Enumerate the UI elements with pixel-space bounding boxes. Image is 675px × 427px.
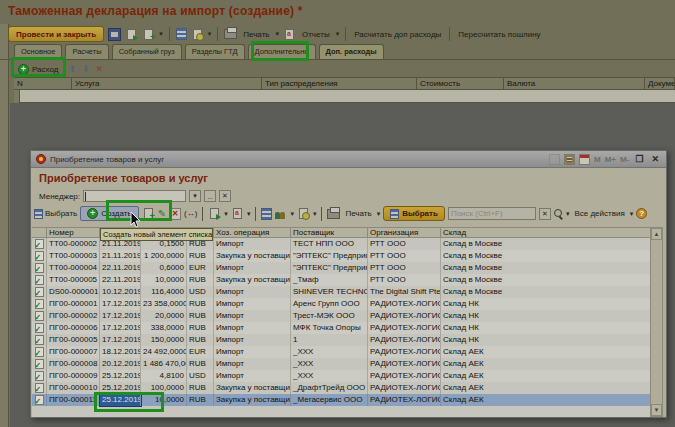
list-icon[interactable] [176, 28, 187, 40]
column-header[interactable]: Валюта [504, 78, 645, 89]
column-header[interactable]: N [14, 78, 72, 89]
copy-item-icon[interactable] [142, 207, 155, 220]
dialog-table-row[interactable]: ПГ00-000010 25.12.2019 100,0000 RUB Заку… [32, 382, 651, 394]
cell-operation[interactable]: Импорт [214, 310, 291, 322]
cell-warehouse[interactable]: Склад АЕК [441, 346, 651, 358]
dialog-table-row[interactable]: ПГ00-000009 25.12.2019 4,8100 USD Импорт… [32, 370, 651, 382]
post-document-icon[interactable] [208, 207, 221, 220]
calc-extra-expenses-button[interactable]: Расчитать доп расходы [352, 30, 443, 39]
cell-supplier[interactable]: _Мегасервис ООО [291, 394, 368, 406]
maximize-icon[interactable]: ❐ [633, 154, 645, 164]
cell-operation[interactable]: Импорт [214, 358, 291, 370]
search-clear-icon[interactable]: ✕ [539, 208, 551, 220]
close-icon[interactable]: ✕ [649, 154, 661, 164]
cell-operation[interactable]: Закупка у поставщика [214, 382, 291, 394]
cell-number[interactable]: DS00-000001 [47, 286, 100, 298]
cell-warehouse[interactable]: Склад в Москве [441, 262, 651, 274]
choose-link[interactable]: Выбрать [34, 209, 77, 219]
cell-sum[interactable]: 116,4000 [141, 286, 187, 298]
save-icon[interactable] [108, 28, 121, 41]
cell-warehouse[interactable]: Склад в Москве [441, 274, 651, 286]
cell-number[interactable]: ТТ00-000003 [47, 250, 100, 262]
dialog-table-row[interactable]: ТТ00-000003 21.11.2019 1 200,0000 RUB За… [32, 250, 651, 262]
dialog-table-row[interactable]: ТТ00-000004 22.11.2019 0,6000 EUR Импорт… [32, 262, 651, 274]
column-header[interactable]: Докумен [645, 78, 675, 89]
vertical-scrollbar[interactable]: ▲ ▼ [650, 227, 663, 417]
cell-number[interactable]: ПГ00-000010 [47, 382, 100, 394]
cell-supplier[interactable]: "ЭПТЕКС" Предприят... [291, 250, 368, 262]
cell-currency[interactable]: RUB [187, 394, 214, 406]
post-document-icon[interactable] [125, 28, 138, 41]
dialog-table-row[interactable]: ПГ00-000008 20.12.2019 1 486 470,00... R… [32, 358, 651, 370]
cell-warehouse[interactable]: Склад АЕК [441, 370, 651, 382]
scroll-up-icon[interactable]: ▲ [651, 228, 662, 240]
column-header-icon[interactable] [32, 228, 47, 237]
dialog-table-row[interactable]: DS00-000001 10.12.2019 116,4000 USD Импо… [32, 286, 651, 298]
dialog-table-row[interactable]: ПГ00-000002 17.12.2019 20,0000 RUB Импор… [32, 310, 651, 322]
search-icon[interactable] [554, 209, 563, 218]
cell-organization[interactable]: РТТ ООО [368, 262, 441, 274]
cell-sum[interactable]: 24 492,0000 [141, 346, 187, 358]
cell-currency[interactable]: EUR [187, 346, 214, 358]
cell-date[interactable]: 22.11.2019 [100, 262, 141, 274]
reports-dropdown-icon[interactable]: ▾ [336, 30, 340, 38]
cell-sum[interactable]: 150,0000 [141, 334, 187, 346]
column-header[interactable]: Хоз. операция [214, 228, 291, 237]
cell-number[interactable]: ПГ00-000009 [47, 370, 100, 382]
cell-supplier[interactable]: _ДрафтТрейд ООО [291, 382, 368, 394]
print-forms-icon[interactable] [231, 207, 244, 220]
history-icon[interactable] [191, 28, 204, 41]
cell-operation[interactable]: Импорт [214, 298, 291, 310]
column-header[interactable]: Услуга [72, 78, 262, 89]
print-dropdown-icon[interactable]: ▾ [377, 210, 381, 218]
cell-date[interactable]: 21.11.2019 [100, 250, 141, 262]
cell-operation[interactable]: Импорт [214, 238, 291, 250]
cell-number[interactable]: ПГ00-000002 [47, 310, 100, 322]
move-down-icon[interactable]: ⬇ [82, 64, 90, 74]
cell-currency[interactable]: USD [187, 370, 214, 382]
cell-supplier[interactable]: ТЕСТ НПП ООО [291, 238, 368, 250]
print-icon[interactable] [327, 209, 340, 219]
cell-currency[interactable]: RUB [187, 310, 214, 322]
cell-date[interactable]: 10.12.2019 [100, 286, 141, 298]
all-actions-button[interactable]: Все действия [572, 209, 626, 218]
memory-m-button[interactable]: M [594, 155, 601, 164]
cell-organization[interactable]: РАДИОТЕХ-ЛОГИСТ... [368, 346, 441, 358]
cell-supplier[interactable]: SHINEVER TECHNOL... [291, 286, 368, 298]
column-header[interactable]: Номер [47, 228, 100, 237]
cell-date[interactable]: 18.12.2019 [100, 346, 141, 358]
print-icon[interactable] [224, 29, 237, 39]
cell-date[interactable]: 25.12.2019 [100, 394, 141, 406]
recalc-duty-button[interactable]: Пересчитать пошлину [456, 30, 542, 39]
cell-supplier[interactable]: _ХХХ [291, 358, 368, 370]
cell-operation[interactable]: Импорт [214, 262, 291, 274]
calculator-icon[interactable] [564, 154, 575, 165]
cell-organization[interactable]: The Digital Shift Pte Ltd [368, 286, 441, 298]
cell-warehouse[interactable]: Склад в Москве [441, 250, 651, 262]
cell-sum[interactable]: 1 200,0000 [141, 250, 187, 262]
tab[interactable]: Доп. расходы [319, 44, 384, 60]
cell-date[interactable]: 17.12.2019 [100, 334, 141, 346]
users-dropdown-icon[interactable]: ▾ [290, 210, 294, 218]
tab[interactable]: Собранный груз [112, 44, 182, 60]
cell-organization[interactable]: РАДИОТЕХ-ЛОГИСТ... [368, 382, 441, 394]
print-button[interactable]: Печать [241, 30, 271, 39]
dialog-table-row[interactable]: ПГ00-000006 17.12.2019 338,0000 RUB Импо… [32, 322, 651, 334]
tab[interactable]: Расчеты [65, 44, 108, 60]
cell-supplier[interactable]: Трест-МЭК ООО [291, 310, 368, 322]
cell-number[interactable]: ТТ00-000005 [47, 274, 100, 286]
cell-currency[interactable]: RUB [187, 298, 214, 310]
scroll-down-icon[interactable]: ▼ [651, 404, 662, 416]
print-dropdown-icon[interactable]: ▾ [275, 30, 279, 38]
cell-organization[interactable]: РТТ ООО [368, 250, 441, 262]
edit-icon[interactable]: ✎ [158, 208, 166, 219]
cell-operation[interactable]: Закупка у поставщика [214, 394, 291, 406]
cell-organization[interactable]: РАДИОТЕХ-ЛОГИСТ... [368, 322, 441, 334]
cell-sum[interactable]: 100,0000 [141, 382, 187, 394]
cell-sum[interactable]: 4,8100 [141, 370, 187, 382]
cell-number[interactable]: ПГ00-000008 [47, 358, 100, 370]
set-period-icon[interactable]: (↔) [184, 209, 197, 218]
document-history-icon[interactable] [297, 207, 310, 220]
cell-date[interactable]: 22.11.2019 [100, 274, 141, 286]
copy-document-icon[interactable] [142, 28, 155, 41]
